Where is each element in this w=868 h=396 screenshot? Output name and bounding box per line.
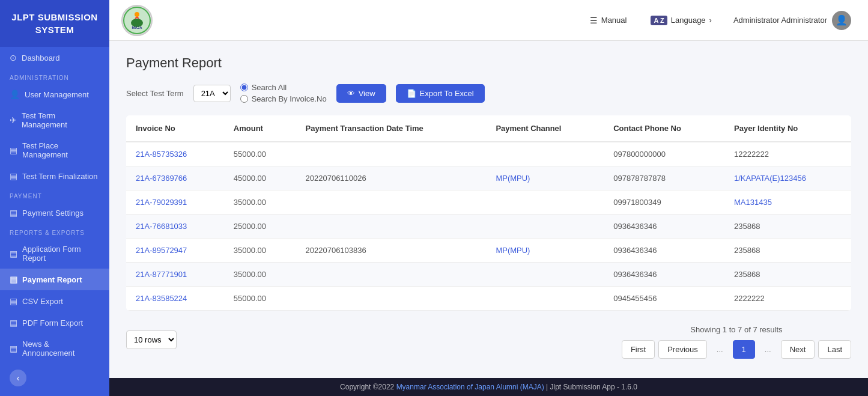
sidebar-item-dashboard[interactable]: ⊙ Dashboard [0,47,109,69]
sidebar-item-application-form-report[interactable]: ▤ Application Form Report [0,239,109,269]
cell-amount: 45000.00 [224,166,296,190]
sidebar-item-test-term-finalization[interactable]: ▤ Test Term Finalization [0,165,109,187]
sidebar-item-csv-export[interactable]: ▤ CSV Export [0,290,109,312]
cell-phone: 0945455456 [604,287,724,311]
cell-channel [486,142,604,166]
col-invoice: Invoice No [126,115,224,142]
cell-invoice[interactable]: 21A-89572947 [126,239,224,263]
cell-phone: 09971800349 [604,190,724,215]
payment-table: Invoice No Amount Payment Transaction Da… [126,115,851,311]
user-menu[interactable]: Administrator Administrator 👤 [729,8,856,32]
last-page-button[interactable]: Last [818,340,851,359]
cell-datetime [296,215,487,239]
sidebar-item-label: Test Term Management [22,111,100,129]
search-type-group: Search All Search By Invoice.No [240,83,327,103]
test-term-select[interactable]: 21A 21B 22A [193,85,231,102]
cell-invoice[interactable]: 21A-67369766 [126,166,224,190]
search-all-input[interactable] [240,84,248,91]
search-invoice-input[interactable] [240,95,248,103]
col-amount: Amount [224,115,296,142]
col-channel: Payment Channel [486,115,604,142]
table-row: 21A-7668103325000.000936436346235868 [126,215,851,239]
excel-icon: 📄 [407,89,416,98]
rows-per-page-select[interactable]: 10 rows 25 rows 50 rows [126,331,177,349]
language-button[interactable]: A Z Language › [643,12,719,29]
sidebar-item-payment-report[interactable]: ▤ Payment Report [0,269,109,290]
export-excel-button[interactable]: 📄 Export To Excel [396,84,485,103]
sidebar-item-label: Test Place Management [22,141,100,159]
cell-identity: 235868 [724,215,851,239]
search-by-invoice-label: Search By Invoice.No [252,94,327,103]
search-by-invoice-radio[interactable]: Search By Invoice.No [240,94,327,103]
page-1-button[interactable]: 1 [733,340,755,359]
sidebar-item-label: PDF Form Export [22,318,83,327]
footer-link[interactable]: Myanmar Association of Japan Alumni (MAJ… [396,383,544,391]
report-icon: ▤ [10,249,17,258]
first-page-button[interactable]: First [622,340,655,359]
sidebar-item-label: Application Form Report [22,245,100,263]
cell-identity: 12222222 [724,142,851,166]
news-icon: ▤ [10,344,17,353]
cell-channel [486,263,604,287]
col-phone: Contact Phone No [604,115,724,142]
cell-phone: 097800000000 [604,142,724,166]
next-page-button[interactable]: Next [781,340,815,359]
sidebar-item-payment-settings[interactable]: ▤ Payment Settings [0,202,109,224]
cell-channel[interactable]: MP(MPU) [486,166,604,190]
user-icon: 👤 [10,90,20,99]
table-row: 21A-8573532655000.0009780000000012222222 [126,142,851,166]
cell-identity: 2222222 [724,287,851,311]
cell-amount: 55000.00 [224,287,296,311]
sidebar-item-news-announcement[interactable]: ▤ News & Announcement [0,334,109,364]
manual-label: Manual [601,16,627,25]
cell-invoice[interactable]: 21A-76681033 [126,215,224,239]
pdf-icon: ▤ [10,318,17,327]
svg-text:MAJA: MAJA [132,26,142,29]
sidebar-item-pdf-form-export[interactable]: ▤ PDF Form Export [0,312,109,334]
cell-identity[interactable]: 1/KAPATA(E)123456 [724,166,851,190]
view-button[interactable]: 👁 View [336,84,386,103]
payment-icon: ▤ [10,208,17,218]
language-label: Language [671,16,706,25]
view-btn-label: View [359,89,375,98]
table-row: 21A-8777190135000.000936436346235868 [126,263,851,287]
col-datetime: Payment Transaction Date Time [296,115,487,142]
cell-channel[interactable]: MP(MPU) [486,239,604,263]
sidebar-item-test-term-management[interactable]: ✈ Test Term Management [0,105,109,135]
cell-channel [486,287,604,311]
pagination-controls: First Previous ... 1 ... Next Last [622,340,851,359]
col-identity: Payer Identity No [724,115,851,142]
previous-page-button[interactable]: Previous [658,340,707,359]
cell-datetime [296,190,487,215]
cell-invoice[interactable]: 21A-79029391 [126,190,224,215]
search-all-radio[interactable]: Search All [240,83,327,92]
table-row: 21A-8957294735000.0020220706103836MP(MPU… [126,239,851,263]
sidebar-item-user-management[interactable]: 👤 User Management [0,84,109,105]
cell-invoice[interactable]: 21A-87771901 [126,263,224,287]
eye-icon: 👁 [347,89,355,98]
cell-datetime: 20220706110026 [296,166,487,190]
sidebar: JLPT SUBMISSION SYSTEM ⊙ Dashboard ADMIN… [0,0,109,396]
filter-bar: Select Test Term 21A 21B 22A Search All … [126,83,851,103]
send-icon: ✈ [10,115,17,125]
filter-label: Select Test Term [126,89,184,98]
sidebar-item-test-place-management[interactable]: ▤ Test Place Management [0,135,109,165]
footer: Copyright ©2022 Myanmar Association of J… [109,378,868,396]
cell-phone: 0936436346 [604,215,724,239]
page-title: Payment Report [126,55,851,71]
manual-button[interactable]: ☰ Manual [583,12,634,29]
search-all-label: Search All [252,83,287,92]
cell-invoice[interactable]: 21A-83585224 [126,287,224,311]
avatar: 👤 [832,11,851,30]
sidebar-section-reports: REPORTS & EXPORTS [0,224,109,239]
ellipsis-right: ... [759,341,777,358]
cell-identity: 235868 [724,239,851,263]
cell-identity[interactable]: MA131435 [724,190,851,215]
language-badge: A Z [651,16,667,25]
cell-invoice[interactable]: 21A-85735326 [126,142,224,166]
cell-amount: 35000.00 [224,263,296,287]
sidebar-collapse-button[interactable]: ‹ [10,370,26,386]
sidebar-item-label: Test Term Finalization [22,172,97,181]
logo: MAJA [121,5,153,36]
pagination-area: Showing 1 to 7 of 7 results First Previo… [622,325,851,359]
